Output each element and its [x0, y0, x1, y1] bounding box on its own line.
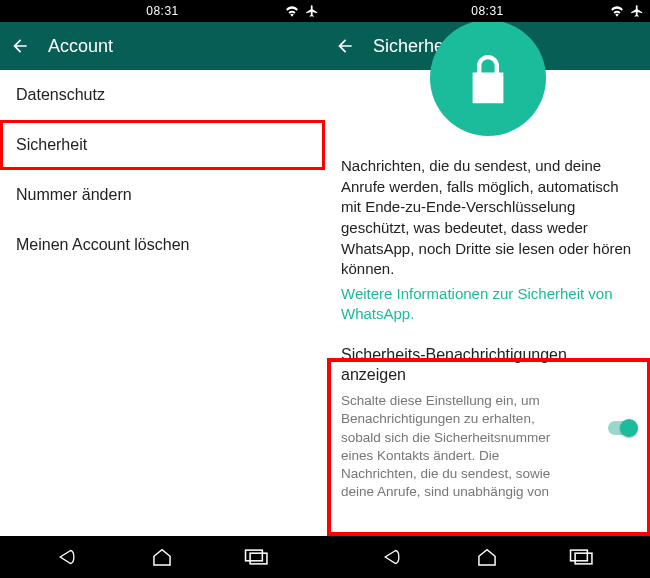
nav-recent-icon[interactable]	[569, 548, 595, 566]
setting-description: Schalte diese Einstellung ein, um Benach…	[341, 392, 634, 501]
list-item-sicherheit[interactable]: Sicherheit	[0, 120, 325, 170]
security-notifications-toggle[interactable]	[608, 421, 636, 435]
nav-home-icon[interactable]	[476, 547, 498, 567]
airplane-icon	[630, 4, 644, 18]
app-bar-title: Account	[48, 36, 113, 57]
list-item-datenschutz[interactable]: Datenschutz	[0, 70, 325, 120]
back-icon[interactable]	[335, 36, 355, 56]
setting-title: Sicherheits-Benachrichtigungen anzeigen	[341, 345, 634, 387]
phone-security-screen: 08:31 Sicherheit Nachric	[325, 0, 650, 578]
lock-badge	[430, 20, 546, 136]
list-item-label: Meinen Account löschen	[16, 236, 189, 253]
svg-rect-2	[570, 550, 587, 561]
security-learn-more-link[interactable]: Weitere Informationen zur Sicherheit von…	[325, 284, 650, 335]
security-hero	[325, 70, 650, 150]
airplane-icon	[305, 4, 319, 18]
svg-rect-0	[245, 550, 262, 561]
app-bar: Account	[0, 22, 325, 70]
status-icons	[610, 0, 644, 22]
lock-icon	[466, 50, 510, 106]
security-description: Nachrichten, die du sendest, und deine A…	[325, 150, 650, 284]
nav-bar	[325, 536, 650, 578]
list-item-account-loeschen[interactable]: Meinen Account löschen	[0, 220, 325, 270]
nav-back-icon[interactable]	[55, 547, 81, 567]
account-settings-list: Datenschutz Sicherheit Nummer ändern Mei…	[0, 70, 325, 270]
list-item-label: Nummer ändern	[16, 186, 132, 203]
status-time: 08:31	[471, 4, 504, 18]
wifi-icon	[285, 5, 299, 17]
status-time: 08:31	[146, 4, 179, 18]
nav-home-icon[interactable]	[151, 547, 173, 567]
list-item-nummer-aendern[interactable]: Nummer ändern	[0, 170, 325, 220]
phone-account-screen: 08:31 Account Datenschutz Sicherheit Num…	[0, 0, 325, 578]
svg-rect-1	[250, 553, 267, 564]
list-item-label: Datenschutz	[16, 86, 105, 103]
back-icon[interactable]	[10, 36, 30, 56]
security-notifications-setting[interactable]: Sicherheits-Benachrichtigungen anzeigen …	[325, 335, 650, 555]
list-item-label: Sicherheit	[16, 136, 87, 153]
status-icons	[285, 0, 319, 22]
wifi-icon	[610, 5, 624, 17]
nav-recent-icon[interactable]	[244, 548, 270, 566]
nav-bar	[0, 536, 325, 578]
status-bar: 08:31	[0, 0, 325, 22]
status-bar: 08:31	[325, 0, 650, 22]
svg-rect-3	[575, 553, 592, 564]
nav-back-icon[interactable]	[380, 547, 406, 567]
